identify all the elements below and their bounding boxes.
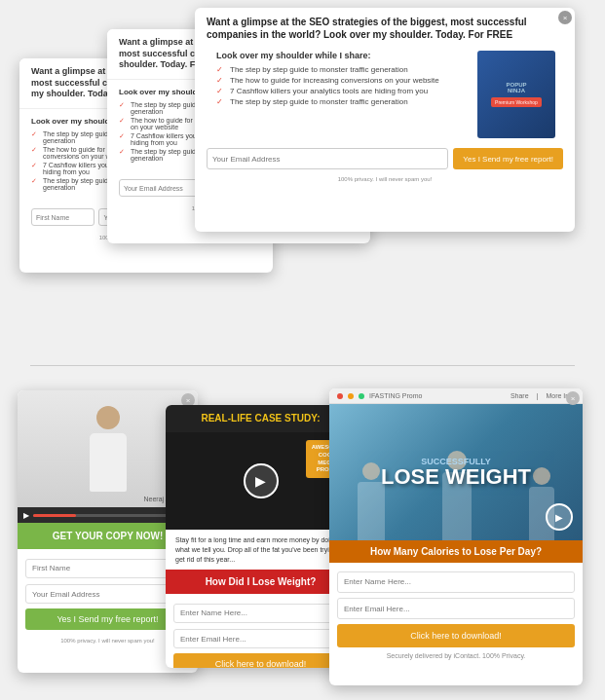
lose-weight-top-bar: IFASTING Promo Share | More Info (329, 388, 583, 404)
case-study-card: × REAL-LIFE CASE STUDY: ▶ AWESOME COOL M… (166, 405, 356, 668)
close-btn-3[interactable]: × (558, 11, 572, 24)
video-play-icon[interactable]: ▶ (23, 511, 29, 520)
case-study-video-area: ▶ AWESOME COOL MEGA PROOF (166, 432, 356, 530)
video-progress-bar (33, 514, 174, 517)
popup-3-book: POPUPNINJA Premium Workshop (477, 51, 565, 138)
list-item: The how to guide for increasing conversi… (216, 75, 458, 86)
person-head (96, 406, 120, 429)
woman-body (358, 482, 385, 540)
popup-3-subtitle: Look over my shoulder while I share: (205, 51, 470, 64)
top-section: × Want a glimpse at the SEO strategies o… (0, 0, 605, 360)
list-item: The step by step guide to monster traffi… (216, 64, 458, 75)
separator: | (537, 392, 539, 399)
nav-dot-yellow (348, 393, 354, 399)
popup-1-firstname-input[interactable] (31, 208, 95, 226)
lw-submit-button[interactable]: Click here to download! (337, 624, 575, 647)
woman-3 (529, 467, 554, 540)
popup-3-email-input[interactable] (207, 148, 448, 169)
lose-weight-hero: SUCCESSFULLY LOSE WEIGHT ▶ (329, 404, 583, 540)
case-study-name-input[interactable] (173, 604, 348, 623)
woman-head (533, 467, 550, 485)
bottom-section: × Neeraj Agarwal ▶ 0:00 GET YOUR COPY NO… (0, 371, 605, 700)
popup-3-list: The step by step guide to monster traffi… (205, 64, 470, 107)
lw-name-input[interactable] (337, 571, 575, 593)
video-progress-fill (33, 514, 76, 517)
case-study-email-input[interactable] (173, 629, 348, 648)
popup-3-book-badge: Premium Workshop (491, 97, 542, 107)
case-study-submit-button[interactable]: Click here to download! (173, 653, 348, 668)
lose-weight-hero-text: SUCCESSFULLY LOSE WEIGHT (381, 457, 531, 488)
page-wrapper: × Want a glimpse at the SEO strategies o… (0, 0, 605, 700)
top-bar-label: IFASTING Promo (369, 392, 506, 399)
person-body (90, 433, 127, 492)
share-label[interactable]: Share (510, 392, 529, 399)
lose-weight-text: LOSE WEIGHT (381, 466, 531, 488)
popup-3-privacy: 100% privacy. I will never spam you! (195, 173, 575, 187)
nav-dot-red (337, 393, 343, 399)
popup-3-inner: Look over my shoulder while I share: The… (195, 45, 575, 144)
list-item: 7 Cashflow killers your analytics tools … (216, 86, 458, 96)
popup-3-book-image: POPUPNINJA Premium Workshop (477, 51, 555, 138)
lw-email-input[interactable] (337, 598, 575, 619)
woman-head (362, 462, 380, 480)
lose-weight-form: Click here to download! Securely deliver… (329, 563, 583, 667)
case-study-question: How Did I Lose Weight? (166, 570, 356, 594)
lose-weight-card: × IFASTING Promo Share | More Info (329, 388, 583, 685)
popup-3-title: Want a glimpse at the SEO strategies of … (195, 8, 575, 45)
case-study-form: Click here to download! Securely deliver… (166, 594, 356, 668)
case-study-play-button[interactable]: ▶ (244, 463, 279, 498)
case-study-title: REAL-LIFE CASE STUDY: (175, 413, 346, 424)
nav-dot-green (359, 393, 364, 399)
calories-bar: How Many Calories to Lose Per Day? (329, 540, 583, 563)
popup-card-3: × Want a glimpse at the SEO strategies o… (195, 8, 575, 232)
case-study-text: Stay fit for a long time and earn more m… (166, 530, 356, 570)
lose-weight-play-button[interactable]: ▶ (546, 503, 573, 531)
section-divider (30, 365, 575, 366)
popup-3-left: Look over my shoulder while I share: The… (205, 51, 470, 138)
list-item: The step by step guide to monster traffi… (216, 96, 458, 107)
lose-weight-close[interactable]: × (566, 391, 580, 405)
person-figure (90, 406, 127, 492)
case-study-header: REAL-LIFE CASE STUDY: (166, 405, 356, 432)
popup-3-form: Yes I Send my free report! (195, 144, 575, 173)
lw-privacy: Securely delivered by iContact. 100% Pri… (337, 652, 575, 659)
popup-3-submit-button[interactable]: Yes I Send my free report! (453, 148, 563, 169)
